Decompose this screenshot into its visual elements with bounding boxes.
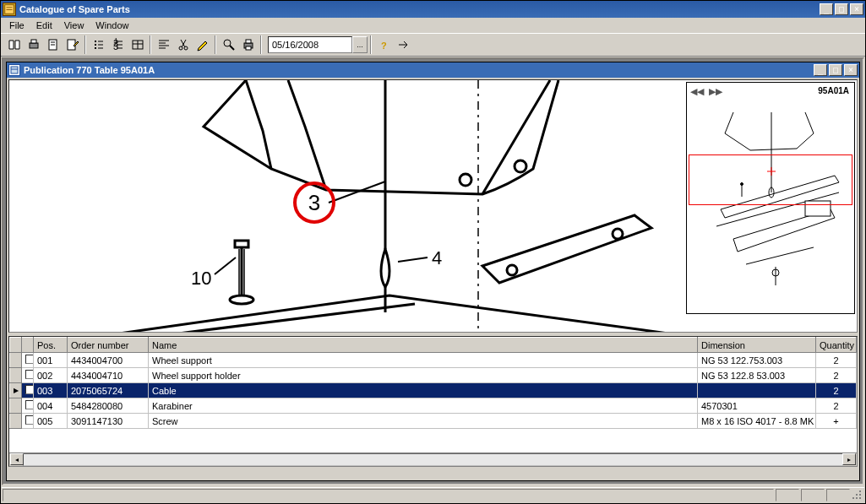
svg-rect-52 (859, 497, 861, 499)
cut-button[interactable] (173, 35, 193, 54)
table-row[interactable]: 0024434004710Wheel support holderNG 53 1… (10, 368, 857, 383)
menu-file[interactable]: File (4, 19, 30, 31)
scroll-track[interactable] (23, 453, 843, 466)
cell-pos: 003 (34, 383, 68, 398)
child-close-button[interactable]: × (844, 64, 858, 76)
callout-highlighted: 3 (293, 182, 335, 224)
svg-rect-20 (246, 40, 251, 43)
cell-order: 2075065724 (68, 383, 149, 398)
print-button[interactable] (24, 35, 43, 54)
table-row[interactable]: 0045484280080Karabiner45703012 (10, 398, 857, 414)
row-checkbox[interactable] (22, 383, 34, 398)
statusbar (2, 487, 864, 502)
overview-viewport-rect[interactable] (689, 154, 852, 205)
svg-rect-1 (7, 7, 13, 8)
row-checkbox[interactable] (22, 368, 34, 383)
cell-dimension: M8 x 16 ISO 4017 - 8.8 MK (698, 414, 816, 429)
cell-dimension: NG 53 122.753.003 (698, 353, 816, 368)
svg-point-17 (224, 40, 231, 46)
cell-dimension: 4570301 (698, 398, 816, 414)
header-name[interactable]: Name (149, 338, 698, 353)
date-picker-button[interactable]: ... (352, 36, 368, 53)
overview-next-icon[interactable]: ▶▶ (709, 86, 722, 97)
child-titlebar: Publication 770 Table 95A01A _ □ × (7, 62, 859, 78)
child-window-title: Publication 770 Table 95A01A (24, 65, 814, 75)
app-icon (3, 3, 16, 16)
forward-arrow-button[interactable] (394, 35, 413, 54)
edit-pencil-button[interactable] (193, 35, 212, 54)
menu-window[interactable]: Window (90, 19, 133, 31)
callout-3-label: 3 (308, 190, 320, 216)
parts-table: Pos. Order number Name Dimension Quantit… (9, 337, 857, 429)
date-field[interactable] (268, 36, 352, 53)
menu-edit[interactable]: Edit (31, 19, 57, 31)
overview-prev-icon[interactable]: ◀◀ (690, 86, 704, 97)
open-book-button[interactable] (4, 35, 24, 54)
toolbar: 123 ... ? (1, 33, 865, 57)
header-pos[interactable]: Pos. (34, 338, 68, 353)
table-button[interactable] (128, 35, 147, 54)
table-row[interactable]: ▶0032075065724Cable2 (10, 383, 857, 398)
scroll-right-button[interactable]: ▸ (842, 453, 856, 465)
table-row[interactable]: 0014434004700Wheel supportNG 53 122.753.… (10, 353, 857, 368)
cell-qty: 2 (816, 383, 857, 398)
technical-drawing (9, 80, 677, 333)
svg-rect-2 (7, 9, 13, 10)
help-button[interactable]: ? (374, 35, 394, 54)
cell-order: 5484280080 (68, 398, 149, 414)
row-indicator (10, 398, 22, 414)
minimize-button[interactable]: _ (820, 3, 833, 15)
cell-name: Screw (149, 414, 698, 429)
row-checkbox[interactable] (22, 398, 34, 414)
svg-rect-51 (856, 497, 858, 499)
svg-line-37 (215, 257, 236, 274)
check-header-blank (22, 338, 34, 353)
align-left-button[interactable] (154, 35, 173, 54)
header-order[interactable]: Order number (68, 338, 149, 353)
list-indent-button[interactable] (89, 35, 108, 54)
table-horizontal-scrollbar[interactable]: ◂ ▸ (9, 453, 857, 466)
annotate-button[interactable] (63, 35, 82, 54)
table-row[interactable]: 0053091147130ScrewM8 x 16 ISO 4017 - 8.8… (10, 414, 857, 429)
child-maximize-button[interactable]: □ (829, 64, 842, 76)
app-title: Catalogue of Spare Parts (19, 4, 820, 14)
svg-point-36 (230, 295, 253, 304)
maximize-button[interactable]: □ (835, 3, 848, 15)
cell-order: 4434004710 (68, 368, 149, 383)
document-button[interactable] (43, 35, 63, 54)
parts-table-panel: Pos. Order number Name Dimension Quantit… (8, 336, 858, 467)
header-dimension[interactable]: Dimension (698, 338, 816, 353)
cell-order: 4434004700 (68, 353, 149, 368)
table-header-row: Pos. Order number Name Dimension Quantit… (10, 338, 857, 353)
row-header-blank (10, 338, 22, 353)
status-cell-3 (826, 489, 850, 501)
resize-grip-icon[interactable] (851, 488, 864, 502)
cell-qty: 2 (816, 398, 857, 414)
search-button[interactable] (219, 35, 238, 54)
cell-qty: 2 (816, 353, 857, 368)
row-checkbox[interactable] (22, 353, 34, 368)
drawing-viewport[interactable]: 3 10 4 ◀◀ ▶▶ 95A01A (8, 79, 858, 333)
drawing-overview[interactable]: ◀◀ ▶▶ 95A01A (686, 82, 855, 314)
row-checkbox[interactable] (22, 414, 34, 429)
svg-text:?: ? (381, 41, 387, 51)
cell-name: Cable (149, 383, 698, 398)
child-minimize-button[interactable]: _ (814, 64, 827, 76)
cell-name: Karabiner (149, 398, 698, 414)
main-titlebar: Catalogue of Spare Parts _ □ × (1, 1, 865, 18)
svg-rect-47 (859, 490, 861, 492)
cell-order: 3091147130 (68, 414, 149, 429)
list-numbered-button[interactable]: 123 (108, 35, 128, 54)
cell-name: Wheel support (149, 353, 698, 368)
row-indicator (10, 368, 22, 383)
cell-qty: 2 (816, 368, 857, 383)
svg-point-15 (179, 46, 182, 50)
status-main (3, 489, 774, 501)
svg-rect-49 (859, 494, 861, 496)
menu-view[interactable]: View (59, 19, 90, 31)
header-quantity[interactable]: Quantity (816, 338, 857, 353)
cell-pos: 005 (34, 414, 68, 429)
close-button[interactable]: × (850, 3, 863, 15)
scroll-left-button[interactable]: ◂ (10, 453, 24, 465)
print2-button[interactable] (238, 35, 258, 54)
